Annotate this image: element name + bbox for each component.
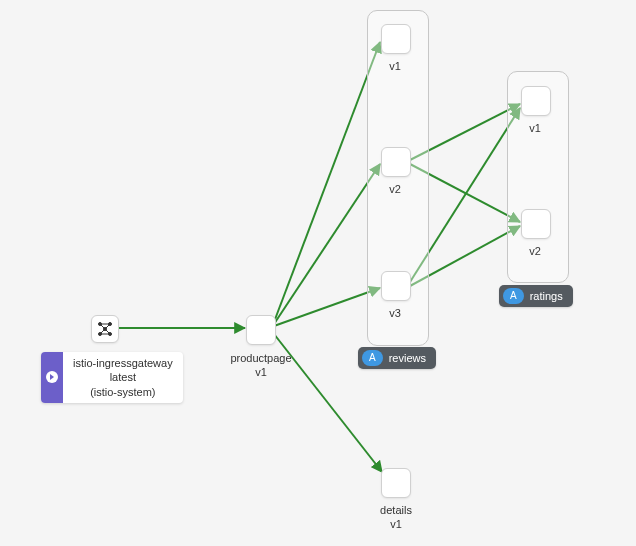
- gateway-node-icon[interactable]: [91, 315, 119, 343]
- node-ratings-v2[interactable]: [521, 209, 551, 239]
- reviews-badge-letter: A: [362, 350, 383, 366]
- gateway-namespace: (istio-system): [73, 385, 173, 399]
- node-reviews-v1[interactable]: [381, 24, 411, 54]
- group-badge-ratings[interactable]: A ratings: [499, 285, 573, 307]
- group-badge-reviews[interactable]: A reviews: [358, 347, 436, 369]
- gateway-card-body: istio-ingressgateway latest (istio-syste…: [63, 352, 183, 403]
- node-reviews-v2-label: v2: [374, 183, 416, 197]
- edge-productpage-reviews-v1: [274, 42, 380, 322]
- reviews-v3-text: v3: [374, 307, 416, 321]
- node-reviews-v2[interactable]: [381, 147, 411, 177]
- service-graph-canvas[interactable]: istio-ingressgateway latest (istio-syste…: [0, 0, 636, 546]
- gateway-card[interactable]: istio-ingressgateway latest (istio-syste…: [41, 352, 183, 403]
- ratings-group-label: ratings: [530, 290, 563, 302]
- reviews-v2-text: v2: [374, 183, 416, 197]
- arrow-right-circle-icon: [45, 370, 59, 384]
- details-name: details: [368, 504, 424, 518]
- ratings-badge-letter: A: [503, 288, 524, 304]
- mesh-icon: [97, 321, 113, 337]
- node-ratings-v1[interactable]: [521, 86, 551, 116]
- gateway-card-accent: [41, 352, 63, 403]
- node-details-label: details v1: [368, 504, 424, 532]
- ratings-v1-text: v1: [514, 122, 556, 136]
- gateway-name: istio-ingressgateway: [73, 356, 173, 370]
- productpage-version: v1: [221, 366, 301, 380]
- gateway-version: latest: [73, 370, 173, 384]
- node-reviews-v3[interactable]: [381, 271, 411, 301]
- edge-productpage-reviews-v3: [274, 288, 380, 326]
- edge-productpage-reviews-v2: [274, 164, 380, 324]
- reviews-group-label: reviews: [389, 352, 426, 364]
- productpage-name: productpage: [221, 352, 301, 366]
- node-productpage[interactable]: [246, 315, 276, 345]
- details-version: v1: [368, 518, 424, 532]
- node-ratings-v2-label: v2: [514, 245, 556, 259]
- node-reviews-v1-label: v1: [374, 60, 416, 74]
- node-productpage-label: productpage v1: [221, 352, 301, 380]
- ratings-v2-text: v2: [514, 245, 556, 259]
- reviews-v1-text: v1: [374, 60, 416, 74]
- node-details[interactable]: [381, 468, 411, 498]
- node-reviews-v3-label: v3: [374, 307, 416, 321]
- node-ratings-v1-label: v1: [514, 122, 556, 136]
